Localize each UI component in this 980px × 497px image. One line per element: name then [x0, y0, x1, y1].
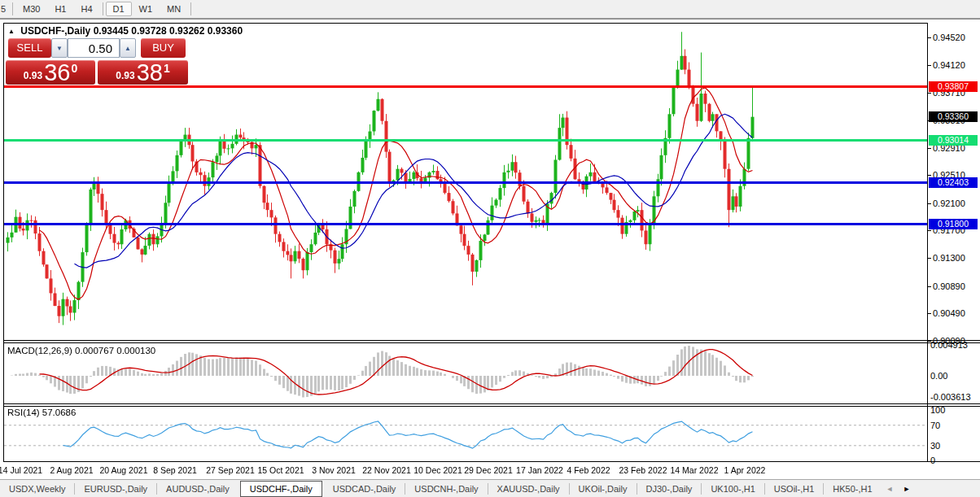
chart-symbol-label: USDCHF-,Daily: [20, 25, 90, 37]
tab-uk100-h1[interactable]: UK100-,H1: [702, 481, 763, 497]
buy-price-sup: 1: [164, 62, 170, 75]
date-label: 4 Feb 2022: [567, 465, 610, 475]
resistance-red-line-badge: 0.93807: [929, 81, 978, 92]
price-axis-tick: [927, 286, 931, 287]
date-label: 29 Dec 2021: [464, 465, 513, 475]
price-axis-tick: [927, 175, 931, 176]
macd-label: MACD(12,26,9) 0.000767 0.000130: [7, 346, 155, 355]
price-axis-label: 0.94520: [933, 33, 965, 42]
tab-usdcnh-daily[interactable]: USDCNH-,Daily: [405, 481, 487, 497]
price-axis-tick: [927, 203, 931, 204]
date-label: 27 Sep 2021: [206, 465, 255, 475]
rsi-label: RSI(14) 57.0686: [7, 408, 76, 417]
toolbar-separator: [12, 2, 13, 15]
separator-main-macd-a: [3, 340, 980, 341]
date-label: 15 Oct 2021: [257, 465, 304, 475]
price-axis-line: [927, 23, 928, 461]
tab-xauusd-daily[interactable]: XAUUSD-,Daily: [488, 481, 569, 497]
hline-093014[interactable]: [4, 139, 927, 142]
rsi-axis-label: 0: [930, 456, 935, 465]
tab-audusd-daily[interactable]: AUDUSD-,Daily: [157, 481, 238, 497]
tab-scroll-left-icon[interactable]: ◄: [882, 485, 899, 493]
tab-usdx-weekly[interactable]: USDX,Weekly: [0, 481, 74, 497]
separator-main-macd-b: [3, 342, 980, 343]
toolbar-separator: [103, 2, 103, 15]
support-green-line-badge: 0.93014: [929, 135, 978, 146]
rsi-axis-label: 70: [930, 421, 940, 430]
tab-usdchf-daily[interactable]: USDCHF-,Daily: [240, 481, 322, 497]
tf-button-w1[interactable]: W1: [132, 2, 160, 16]
volume-decrease-button[interactable]: ▼: [51, 38, 68, 58]
date-label: 8 Sep 2021: [153, 465, 197, 475]
rsi-axis-label: 30: [930, 441, 940, 451]
rsi-indicator-panel: [4, 407, 927, 461]
price-axis-tick: [927, 148, 931, 149]
chart-title: ▲ USDCHF-,Daily 0.93445 0.93728 0.93262 …: [8, 25, 243, 37]
date-label: 2 Aug 2021: [50, 465, 93, 475]
sell-price-big: 36: [44, 61, 70, 85]
buy-button[interactable]: BUY: [141, 38, 186, 58]
timeframe-toolbar: 5 M30H1H4D1W1MN: [0, 0, 980, 19]
date-label: 3 Nov 2021: [312, 465, 356, 475]
volume-increase-button[interactable]: ▲: [120, 38, 136, 58]
price-axis-tick: [927, 313, 931, 314]
hline-092403[interactable]: [4, 181, 927, 184]
collapse-trade-panel-icon[interactable]: ▲: [8, 28, 15, 35]
sell-price-box[interactable]: 0.93 36 0: [6, 60, 95, 85]
price-axis-label: 0.92100: [933, 198, 965, 208]
window-edge-line: [0, 19, 980, 20]
buy-price-big: 38: [137, 61, 163, 85]
separator-macd-rsi-a: [3, 403, 980, 404]
price-axis-tick: [927, 258, 931, 259]
tab-eurusd-daily[interactable]: EURUSD-,Daily: [75, 481, 156, 497]
tf-button-m5-partial[interactable]: 5: [0, 4, 10, 14]
tf-button-m30[interactable]: M30: [15, 2, 47, 16]
tab-dj30-daily[interactable]: DJ30-,Daily: [637, 481, 702, 497]
rsi-axis-label: 100: [930, 405, 945, 415]
tf-button-d1[interactable]: D1: [106, 2, 132, 16]
date-label: 20 Aug 2021: [100, 465, 148, 475]
chart-tab-bar: USDX,WeeklyEURUSD-,DailyAUDUSD-,DailyUSD…: [0, 479, 980, 497]
buy-price-box[interactable]: 0.93 38 1: [98, 60, 188, 85]
rsi-bottom-border: [3, 461, 980, 462]
date-label: 14 Jul 2021: [0, 465, 42, 475]
price-axis-tick: [927, 230, 931, 231]
tab-usdcad-daily[interactable]: USDCAD-,Daily: [324, 481, 405, 497]
support-blue-line-badge-2: 0.91800: [929, 219, 978, 229]
current-price-badge: 0.93360: [929, 111, 978, 122]
macd-axis-label: -0.003613: [930, 392, 971, 402]
trading-platform-window: 5 M30H1H4D1W1MN ▲ USDCHF-,Daily 0.93445 …: [0, 0, 980, 497]
price-axis-label: 0.91300: [933, 253, 965, 263]
date-label: 23 Feb 2022: [619, 465, 667, 475]
date-label: 14 Mar 2022: [671, 465, 719, 475]
price-axis-label: 0.94120: [933, 60, 965, 70]
volume-input[interactable]: [68, 38, 120, 58]
tf-button-h4[interactable]: H4: [73, 2, 99, 16]
toolbar-separator: [190, 2, 191, 15]
tab-hk50-h1[interactable]: HK50-,H1: [824, 481, 881, 497]
price-axis-label: 0.90890: [933, 281, 965, 291]
buy-price-prefix: 0.93: [116, 70, 134, 81]
rsi-canvas[interactable]: [4, 407, 927, 461]
tab-ukoil-daily[interactable]: UKOil-,Daily: [570, 481, 637, 497]
price-axis-label: 0.90490: [933, 308, 965, 318]
sell-price-prefix: 0.93: [24, 70, 42, 81]
hline-0918[interactable]: [4, 223, 927, 225]
price-axis-tick: [927, 37, 931, 38]
sell-price-sup: 0: [71, 62, 77, 75]
date-label: 22 Nov 2021: [362, 465, 411, 475]
price-axis-tick: [927, 65, 931, 66]
support-blue-line-badge-1: 0.92403: [929, 177, 978, 188]
date-label: 10 Dec 2021: [413, 465, 462, 475]
tf-button-mn[interactable]: MN: [160, 2, 188, 16]
tab-scroll-right-icon[interactable]: ►: [899, 485, 916, 493]
chart-ohlc-values: 0.93445 0.93728 0.93262 0.93360: [94, 25, 243, 37]
macd-axis-label: 0.00: [930, 371, 947, 381]
tf-button-h1[interactable]: H1: [47, 2, 73, 16]
date-label: 1 Apr 2022: [724, 465, 766, 475]
one-click-trade-panel: SELL ▼ ▲ BUY 0.93 36 0 0.93 38 1: [6, 37, 188, 85]
tab-usoil-h1[interactable]: USOil-,H1: [765, 481, 824, 497]
date-label: 17 Jan 2022: [516, 465, 563, 475]
sell-button[interactable]: SELL: [8, 38, 51, 58]
macd-axis-label: 0.004913: [930, 340, 968, 350]
